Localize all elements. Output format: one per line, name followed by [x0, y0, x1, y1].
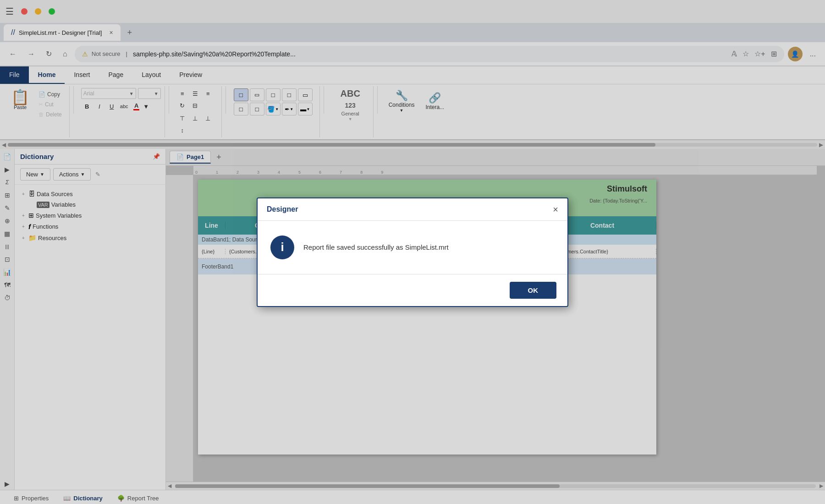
modal-title: Designer: [267, 205, 298, 214]
modal-close-button[interactable]: ×: [553, 205, 558, 214]
modal-overlay: Designer × i Report file saved successfu…: [0, 0, 825, 504]
modal-footer: OK: [258, 274, 567, 306]
designer-modal: Designer × i Report file saved successfu…: [257, 197, 568, 307]
modal-info-icon: i: [270, 236, 294, 259]
info-icon-label: i: [280, 240, 284, 254]
modal-header: Designer ×: [258, 198, 567, 221]
modal-message: Report file saved successfully as Simple…: [303, 243, 449, 251]
modal-body: i Report file saved successfully as Simp…: [258, 221, 567, 274]
ok-button[interactable]: OK: [510, 282, 557, 299]
